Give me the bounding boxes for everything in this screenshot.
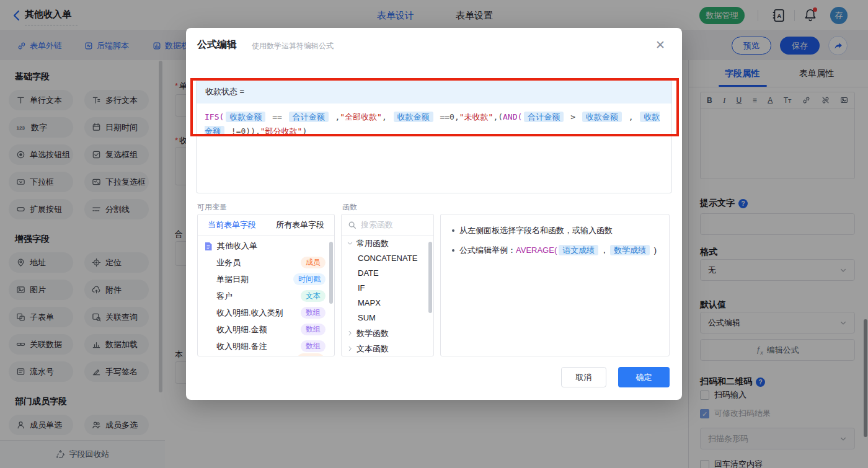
variables-tabs: 当前表单字段 所有表单字段 [198, 214, 334, 236]
variables-panel: 当前表单字段 所有表单字段 其他收入单 业务员成员单据日期时间戳客户文本收入明细… [197, 214, 335, 356]
variable-row[interactable]: 收入明细.金额数组 [198, 321, 334, 338]
bullet-icon [452, 229, 454, 232]
close-icon[interactable]: ✕ [655, 39, 665, 51]
type-badge: 数组 [301, 340, 326, 352]
variables-list: 业务员成员单据日期时间戳客户文本收入明细.收入类别数组收入明细.金额数组收入明细… [198, 254, 334, 355]
example-prefix: 公式编辑举例： [459, 245, 516, 255]
formula-expression[interactable]: IFS(收款金额 == 合计金额 ,"全部收款", 收款金额 ==0,"未收款"… [197, 104, 671, 144]
type-badge: 文本 [301, 290, 326, 302]
variables-label: 可用变量 [197, 202, 227, 213]
group-label: 数学函数 [356, 328, 389, 339]
variable-name: 单据日期 [216, 274, 249, 285]
cancel-button[interactable]: 取消 [561, 367, 606, 387]
field-chip[interactable]: 合计金额 [289, 112, 329, 122]
function-item[interactable]: SUM [342, 311, 433, 325]
function-group[interactable]: 文本函数 [342, 341, 433, 356]
form-root-node[interactable]: 其他收入单 [198, 236, 334, 254]
hint-line-2: 公式编辑举例：AVERAGE(语文成绩，数学成绩 ) [452, 244, 658, 257]
group-label: 常用函数 [356, 238, 389, 249]
field-chip[interactable]: 收款金额 [394, 112, 433, 122]
formula-token: IFS( [205, 112, 224, 121]
type-badge: 时间戳 [293, 273, 326, 285]
formula-token: "部分收款" [260, 126, 303, 136]
function-search-input[interactable] [361, 220, 423, 229]
confirm-button[interactable]: 确定 [618, 367, 670, 387]
variable-row[interactable]: 业务员成员 [198, 254, 334, 271]
formula-editor-box: 收款状态 = IFS(收款金额 == 合计金额 ,"全部收款", 收款金额 ==… [196, 79, 672, 193]
field-chip[interactable]: 收款金额 [226, 112, 265, 122]
tab-current-form-fields[interactable]: 当前表单字段 [198, 219, 266, 231]
hint-text: 从左侧面板选择字段名和函数，或输入函数 [459, 224, 613, 237]
formula-token: ==0, [435, 112, 459, 121]
formula-token: == [267, 112, 286, 121]
chevron-down-icon [347, 240, 353, 247]
field-chip[interactable]: 收款金额 [582, 112, 622, 122]
variable-row[interactable]: 单据日期时间戳 [198, 271, 334, 288]
variable-name: 收入明细.金额 [216, 324, 267, 335]
variable-name: 收入明细.备注 [216, 341, 267, 352]
functions-label: 函数 [342, 202, 357, 213]
functions-list: 常用函数CONCATENATEDATEIFMAPXSUM数学函数文本函数 [342, 236, 433, 356]
functions-scrollbar[interactable] [428, 242, 432, 313]
field-chip[interactable]: 合计金额 [524, 112, 564, 122]
function-group[interactable]: 数学函数 [342, 325, 433, 341]
modal-title: 公式编辑 [197, 38, 237, 51]
variable-row[interactable]: 收入明细.收入类别数组 [198, 304, 334, 321]
bullet-icon [452, 249, 454, 252]
formula-token: , [624, 112, 638, 121]
variable-name: 业务员 [216, 257, 241, 268]
chevron-right-icon [347, 345, 353, 352]
function-item[interactable]: IF [342, 281, 433, 296]
group-label: 文本函数 [356, 343, 389, 355]
separator: ， [600, 245, 608, 255]
variable-name: 客户 [216, 291, 232, 302]
tab-all-form-fields[interactable]: 所有表单字段 [266, 219, 334, 231]
formula-token: "未收款" [459, 112, 494, 121]
variables-scrollbar[interactable] [329, 242, 333, 304]
variable-row[interactable]: 客户文本 [198, 288, 334, 304]
functions-panel: 常用函数CONCATENATEDATEIFMAPXSUM数学函数文本函数 [341, 214, 434, 356]
formula-token: AND( [503, 112, 522, 121]
formula-target-field: 收款状态 = [197, 80, 671, 104]
type-badge: 数组 [301, 324, 326, 335]
partial-badge [297, 353, 324, 356]
function-item[interactable]: CONCATENATE [342, 251, 433, 266]
type-badge: 成员 [301, 257, 326, 268]
formula-token: , [330, 112, 340, 121]
formula-token: > [565, 112, 580, 121]
modal-subtitle: 使用数学运算符编辑公式 [252, 41, 334, 51]
function-name: AVERAGE( [516, 245, 557, 255]
hint-example: 公式编辑举例：AVERAGE(语文成绩，数学成绩 ) [459, 244, 657, 257]
chevron-right-icon [347, 330, 353, 337]
formula-token: "全部收款" [340, 112, 382, 121]
hint-line-1: 从左侧面板选择字段名和函数，或输入函数 [452, 224, 658, 237]
document-icon [204, 242, 213, 251]
formula-token: ) [302, 126, 307, 136]
formula-editor-modal: 公式编辑 使用数学运算符编辑公式 ✕ 收款状态 = IFS(收款金额 == 合计… [186, 28, 682, 400]
example-close: ) [652, 245, 657, 255]
function-search [342, 214, 433, 236]
type-badge: 数组 [301, 307, 326, 319]
variable-row[interactable]: 收入明细.备注数组 [198, 338, 334, 355]
formula-token: , [382, 112, 392, 121]
function-item[interactable]: DATE [342, 266, 433, 281]
function-group[interactable]: 常用函数 [342, 236, 433, 251]
field-chip: 数学成绩 [610, 245, 650, 255]
hints-panel: 从左侧面板选择字段名和函数，或输入函数 公式编辑举例：AVERAGE(语文成绩，… [440, 214, 670, 356]
search-icon [348, 221, 356, 229]
function-item[interactable]: MAPX [342, 296, 433, 311]
root-label: 其他收入单 [217, 241, 257, 252]
field-chip: 语文成绩 [559, 245, 598, 255]
formula-token: !=0)), [226, 126, 260, 136]
variable-name: 收入明细.收入类别 [216, 307, 283, 319]
formula-token: ,( [493, 112, 503, 121]
